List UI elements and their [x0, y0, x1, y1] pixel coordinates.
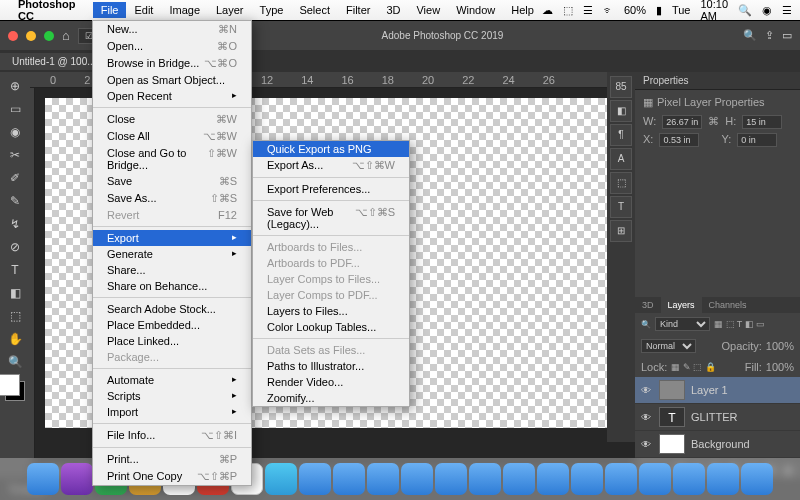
siri-icon[interactable]: ◉ [762, 4, 772, 17]
menu-view[interactable]: View [408, 2, 448, 18]
tool-button[interactable]: ✐ [4, 168, 26, 188]
properties-header[interactable]: Properties [635, 72, 800, 90]
hamburger-icon[interactable]: ☰ [583, 4, 593, 17]
panel-button[interactable]: ⊞ [610, 220, 632, 242]
workspace-icon[interactable]: ▭ [782, 29, 792, 42]
dock-app[interactable] [299, 463, 331, 495]
menu-file[interactable]: File [93, 2, 127, 18]
menu-filter[interactable]: Filter [338, 2, 378, 18]
dropbox-icon[interactable]: ⬚ [563, 4, 573, 17]
menu-help[interactable]: Help [503, 2, 542, 18]
dock-app[interactable] [435, 463, 467, 495]
menu-item[interactable]: Print One Copy⌥⇧⌘P [93, 468, 251, 485]
dock-app[interactable] [333, 463, 365, 495]
menu-item[interactable]: Share... [93, 262, 251, 278]
menu-item[interactable]: Generate [93, 246, 251, 262]
menu-item[interactable]: Share on Behance... [93, 278, 251, 294]
menu-item[interactable]: Open...⌘O [93, 38, 251, 55]
layer-row[interactable]: 👁TGLITTER [635, 404, 800, 431]
layer-thumb[interactable] [659, 380, 685, 400]
menu-item[interactable]: File Info...⌥⇧⌘I [93, 427, 251, 444]
menu-item[interactable]: Export [93, 230, 251, 246]
wifi-icon[interactable]: ᯤ [603, 4, 614, 16]
tool-button[interactable]: T [4, 260, 26, 280]
menu-item[interactable]: Save⌘S [93, 173, 251, 190]
dock-app[interactable] [469, 463, 501, 495]
dock-app[interactable] [265, 463, 297, 495]
menu-item[interactable]: Zoomify... [253, 390, 409, 406]
menu-item[interactable]: Automate [93, 372, 251, 388]
link-icon[interactable]: ⌘ [708, 115, 719, 129]
panel-button[interactable]: ◧ [610, 100, 632, 122]
width-input[interactable] [662, 115, 702, 129]
tool-button[interactable]: 🔍 [4, 352, 26, 372]
menu-item[interactable]: Close All⌥⌘W [93, 128, 251, 145]
color-swatch[interactable] [5, 381, 25, 401]
menu-item[interactable]: Save for Web (Legacy)...⌥⇧⌘S [253, 204, 409, 232]
tool-button[interactable]: ◉ [4, 122, 26, 142]
menu-item[interactable]: Place Embedded... [93, 317, 251, 333]
layer-name[interactable]: GLITTER [691, 411, 737, 423]
menu-select[interactable]: Select [291, 2, 338, 18]
menu-item[interactable]: Search Adobe Stock... [93, 301, 251, 317]
dock-app[interactable] [537, 463, 569, 495]
blend-mode[interactable]: Normal [641, 339, 696, 353]
panel-tab-layers[interactable]: Layers [661, 297, 702, 313]
dock-app[interactable] [673, 463, 705, 495]
tool-button[interactable]: ◧ [4, 283, 26, 303]
menu-item[interactable]: Color Lookup Tables... [253, 319, 409, 335]
tool-button[interactable]: ⊕ [4, 76, 26, 96]
menu-image[interactable]: Image [161, 2, 208, 18]
dock-app[interactable] [401, 463, 433, 495]
dock-app[interactable] [639, 463, 671, 495]
menu-item[interactable]: Import [93, 404, 251, 420]
panel-button[interactable]: T [610, 196, 632, 218]
menu-item[interactable]: Place Linked... [93, 333, 251, 349]
menu-item[interactable]: Export Preferences... [253, 181, 409, 197]
panel-button[interactable]: A [610, 148, 632, 170]
dock-app[interactable] [367, 463, 399, 495]
tool-button[interactable]: ✂ [4, 145, 26, 165]
search-icon[interactable]: 🔍 [743, 29, 757, 42]
menu-item[interactable]: Layers to Files... [253, 303, 409, 319]
menu-edit[interactable]: Edit [126, 2, 161, 18]
traffic-close[interactable] [8, 31, 18, 41]
panel-tab-channels[interactable]: Channels [702, 297, 754, 313]
menu-item[interactable]: Open Recent [93, 88, 251, 104]
opacity-value[interactable]: 100% [766, 340, 794, 352]
layer-name[interactable]: Layer 1 [691, 384, 728, 396]
menu-item[interactable]: Browse in Bridge...⌥⌘O [93, 55, 251, 72]
menu-item[interactable]: Open as Smart Object... [93, 72, 251, 88]
tool-button[interactable]: ↯ [4, 214, 26, 234]
layer-row[interactable]: 👁Layer 1 [635, 377, 800, 404]
layer-name[interactable]: Background [691, 438, 750, 450]
dock-app[interactable] [741, 463, 773, 495]
x-input[interactable] [659, 133, 699, 147]
panel-button[interactable]: ⬚ [610, 172, 632, 194]
clock-day[interactable]: Tue [672, 4, 691, 16]
tool-button[interactable]: ✎ [4, 191, 26, 211]
menu-item[interactable]: Quick Export as PNG [253, 141, 409, 157]
battery-icon[interactable]: ▮ [656, 4, 662, 17]
y-input[interactable] [737, 133, 777, 147]
fill-value[interactable]: 100% [766, 361, 794, 373]
layer-thumb[interactable] [659, 434, 685, 454]
layer-filter-kind[interactable]: Kind [655, 317, 710, 331]
menu-item[interactable]: Paths to Illustrator... [253, 358, 409, 374]
menu-window[interactable]: Window [448, 2, 503, 18]
app-name[interactable]: Photoshop CC [18, 0, 85, 22]
menu-item[interactable]: Print...⌘P [93, 451, 251, 468]
menu-item[interactable]: Export As...⌥⇧⌘W [253, 157, 409, 174]
visibility-icon[interactable]: 👁 [641, 385, 653, 396]
spotlight-icon[interactable]: 🔍 [738, 4, 752, 17]
menu-item[interactable]: Close⌘W [93, 111, 251, 128]
menu-item[interactable]: Close and Go to Bridge...⇧⌘W [93, 145, 251, 173]
menu-item[interactable]: New...⌘N [93, 21, 251, 38]
clock-time[interactable]: 10:10 AM [700, 0, 728, 22]
menu-3d[interactable]: 3D [378, 2, 408, 18]
dock-app[interactable] [61, 463, 93, 495]
visibility-icon[interactable]: 👁 [641, 412, 653, 423]
traffic-min[interactable] [26, 31, 36, 41]
menu-item[interactable]: Save As...⇧⌘S [93, 190, 251, 207]
menu-item[interactable]: Scripts [93, 388, 251, 404]
